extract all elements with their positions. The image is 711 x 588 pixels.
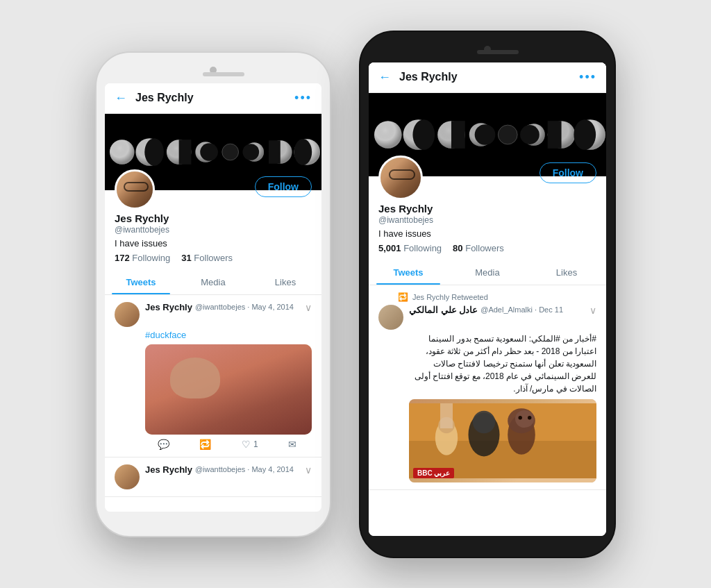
tweet-item-1-white: Jes Rychly @iwanttobejes · May 4, 2014 ∨… (105, 295, 321, 457)
svg-point-52 (515, 410, 534, 427)
arabic-tweet-avatar (378, 305, 403, 330)
svg-rect-8 (179, 140, 192, 165)
following-count-white: 172 (115, 253, 130, 263)
back-button-white[interactable]: ← (115, 91, 127, 106)
svg-point-49 (473, 410, 495, 432)
profile-section-black: Follow Jes Rychly @iwanttobejes I have i… (369, 176, 606, 260)
svg-point-5 (144, 138, 164, 165)
followers-stat-black[interactable]: 80 Followers (453, 243, 504, 253)
followers-stat-white[interactable]: 31 Followers (181, 253, 233, 263)
profile-stats-black: 5,001 Following 80 Followers (378, 243, 596, 253)
svg-point-45 (574, 119, 596, 150)
svg-point-39 (520, 125, 539, 144)
arabic-tweet-header: عادل علي المالكي @Adel_Almalki · Dec 11 … (378, 305, 596, 330)
tweet-header-2: Jes Rychly @iwanttobejes · May 4, 2014 ∨ (115, 464, 312, 489)
follow-button-black[interactable]: Follow (539, 162, 596, 183)
twitter-header-black: ← Jes Rychly ••• (369, 62, 606, 93)
followers-count-white: 31 (181, 253, 191, 263)
tab-likes-white[interactable]: Likes (249, 270, 321, 294)
follow-btn-row-white: Follow (255, 176, 312, 197)
tweet-feed-white: Jes Rychly @iwanttobejes · May 4, 2014 ∨… (105, 295, 321, 512)
arabic-tweet-text: #أخبار من #الملكي: السعودية تسمح بدور ال… (409, 333, 596, 395)
speaker-bar-white (203, 72, 244, 76)
arabic-tweet-name: عادل علي المالكي (409, 305, 478, 315)
tab-media-black[interactable]: Media (448, 260, 527, 285)
arabic-tweet-content: #أخبار من #الملكي: السعودية تسمح بدور ال… (378, 333, 596, 482)
tweet-hashtag-1[interactable]: #duckface (145, 330, 186, 340)
tweet-item-2-white: Jes Rychly @iwanttobejes · May 4, 2014 ∨ (105, 457, 321, 497)
like-action-1[interactable]: ♡ 1 (242, 439, 258, 450)
tweet-handle-date-1: @iwanttobejes · May 4, 2014 (195, 303, 294, 311)
svg-point-54 (528, 416, 531, 419)
following-stat-black[interactable]: 5,001 Following (378, 243, 442, 253)
svg-point-13 (222, 144, 239, 160)
tab-tweets-white[interactable]: Tweets (105, 270, 177, 294)
svg-rect-42 (548, 121, 562, 149)
retweet-indicator: 🔁 Jes Rychly Retweeted (378, 292, 596, 302)
avatar-container-white (115, 169, 155, 210)
reply-action-1[interactable]: 💬 (158, 439, 169, 450)
retweet-label: Jes Rychly Retweeted (412, 293, 488, 301)
follow-button-white[interactable]: Follow (255, 176, 312, 197)
tweet-user-info-2: Jes Rychly @iwanttobejes · May 4, 2014 (145, 464, 294, 475)
more-menu-black[interactable]: ••• (579, 70, 596, 85)
profile-bio-white: I have issues (115, 238, 312, 249)
phones-container: ← Jes Rychly ••• (81, 17, 630, 572)
following-label-white: Following (132, 253, 170, 263)
retweet-icon-indicator: 🔁 (398, 292, 408, 302)
tab-media-white[interactable]: Media (177, 270, 249, 294)
tweet-image-sim-1 (145, 344, 312, 435)
tweet-handle-date-2: @iwanttobejes · May 4, 2014 (195, 465, 294, 473)
white-phone-top (105, 61, 321, 81)
svg-point-11 (200, 143, 218, 161)
profile-handle-white: @iwanttobejes (115, 225, 312, 235)
arabic-tweet-chevron[interactable]: ∨ (589, 305, 596, 316)
retweet-icon-1: 🔁 (199, 439, 211, 450)
tab-likes-black[interactable]: Likes (527, 260, 606, 285)
following-stat-white[interactable]: 172 Following (115, 253, 170, 263)
retweet-action-1[interactable]: 🔁 (199, 439, 211, 450)
arabic-tweet-image: BBC عربي (409, 399, 596, 482)
retweeted-tweet-black: 🔁 Jes Rychly Retweeted عادل علي المالكي … (369, 285, 606, 490)
svg-point-28 (412, 119, 435, 150)
like-count-1: 1 (253, 439, 258, 449)
svg-rect-31 (451, 121, 465, 149)
avatar-image-black (380, 158, 421, 198)
tabs-row-black: Tweets Media Likes (369, 260, 606, 285)
avatar-container-black (378, 156, 423, 200)
dm-action-1[interactable]: ✉ (288, 439, 296, 450)
arabic-tweet-user-info: عادل علي المالكي @Adel_Almalki · Dec 11 (409, 305, 563, 315)
avatar-white (115, 169, 155, 210)
following-label-black: Following (403, 243, 442, 253)
svg-point-25 (374, 121, 402, 149)
tab-tweets-black[interactable]: Tweets (369, 260, 448, 285)
tweet-header-1: Jes Rychly @iwanttobejes · May 4, 2014 ∨ (115, 302, 312, 327)
svg-point-53 (519, 416, 522, 419)
header-title-black: Jes Rychly (399, 71, 579, 83)
dm-icon-1: ✉ (288, 439, 296, 450)
white-phone-screen: ← Jes Rychly ••• (105, 83, 321, 512)
svg-rect-19 (269, 140, 281, 164)
profile-stats-white: 172 Following 31 Followers (115, 253, 312, 263)
tweet-chevron-2[interactable]: ∨ (305, 464, 312, 476)
profile-handle-black: @iwanttobejes (378, 215, 596, 225)
tweet-image-1 (145, 344, 312, 435)
back-button-black[interactable]: ← (378, 70, 391, 85)
reply-icon-1: 💬 (158, 439, 169, 450)
arabic-tweet-meta: عادل علي المالكي @Adel_Almalki · Dec 11 … (409, 305, 596, 316)
arabic-tweet-handle-date: @Adel_Almalki · Dec 11 (480, 305, 563, 314)
svg-rect-57 (440, 403, 453, 428)
tweet-content-1: #duckface (115, 330, 312, 435)
header-title-white: Jes Rychly (135, 92, 294, 104)
tweet-feed-black: 🔁 Jes Rychly Retweeted عادل علي المالكي … (369, 285, 606, 536)
follow-btn-row-black: Follow (539, 162, 596, 183)
svg-point-16 (242, 144, 259, 160)
twitter-app-black: ← Jes Rychly ••• (369, 62, 606, 536)
tabs-row-white: Tweets Media Likes (105, 270, 321, 295)
followers-count-black: 80 (453, 243, 462, 253)
speaker-bar-black (477, 50, 519, 54)
more-menu-white[interactable]: ••• (294, 91, 312, 106)
avatar-image-white (117, 171, 153, 208)
tweet-chevron-1[interactable]: ∨ (305, 302, 312, 313)
black-phone-screen: ← Jes Rychly ••• (369, 62, 606, 536)
